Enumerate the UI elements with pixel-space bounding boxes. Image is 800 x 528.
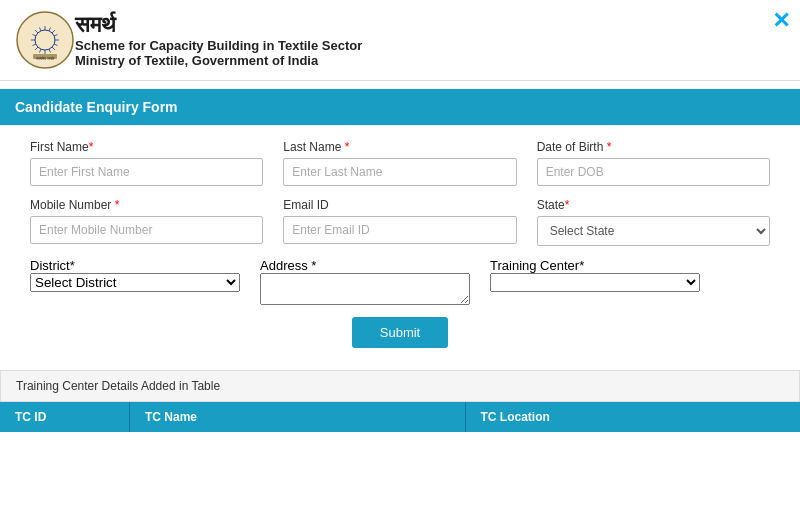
mobile-input[interactable] <box>30 216 263 244</box>
form-row-2: Mobile Number * Email ID State* Select S… <box>30 198 770 246</box>
submit-button[interactable]: Submit <box>352 317 448 348</box>
form-title-text: Candidate Enquiry Form <box>15 99 178 115</box>
close-button[interactable]: ✕ <box>772 10 790 32</box>
first-name-input[interactable] <box>30 158 263 186</box>
svg-text:सत्यमेव जयते: सत्यमेव जयते <box>35 56 55 61</box>
table-col-tc-location: TC Location <box>466 402 801 432</box>
form-title-bar: Candidate Enquiry Form <box>0 89 800 125</box>
header-title-line2: Ministry of Textile, Government of India <box>75 53 362 68</box>
submit-row: Submit <box>30 317 770 348</box>
header-text: समर्थ Scheme for Capacity Building in Te… <box>75 12 362 68</box>
table-section-title: Training Center Details Added in Table <box>0 370 800 402</box>
training-center-select[interactable] <box>490 273 700 292</box>
header: सत्यमेव जयते समर्थ Scheme for Capacity B… <box>0 0 800 81</box>
district-group: District* Select District <box>30 258 240 292</box>
header-title-line1: Scheme for Capacity Building in Textile … <box>75 38 362 53</box>
dob-label: Date of Birth * <box>537 140 770 154</box>
address-group: Address * <box>260 258 470 305</box>
address-input[interactable] <box>260 273 470 305</box>
ashoka-emblem-icon: सत्यमेव जयते <box>15 10 75 70</box>
last-name-group: Last Name * <box>283 140 516 186</box>
district-label: District* <box>30 258 240 273</box>
form-area: First Name* Last Name * Date of Birth * … <box>0 125 800 370</box>
first-name-label: First Name* <box>30 140 263 154</box>
table-col-tc-id: TC ID <box>0 402 130 432</box>
email-group: Email ID <box>283 198 516 244</box>
training-center-group: Training Center* <box>490 258 700 292</box>
mobile-group: Mobile Number * <box>30 198 263 244</box>
dob-input[interactable] <box>537 158 770 186</box>
state-select[interactable]: Select State <box>537 216 770 246</box>
state-group: State* Select State <box>537 198 770 246</box>
dob-group: Date of Birth * <box>537 140 770 186</box>
table-header: TC ID TC Name TC Location <box>0 402 800 432</box>
last-name-input[interactable] <box>283 158 516 186</box>
training-center-label: Training Center* <box>490 258 700 273</box>
form-row-3: District* Select District Address * Trai… <box>30 258 770 305</box>
table-col-tc-name: TC Name <box>130 402 466 432</box>
address-label: Address * <box>260 258 470 273</box>
form-row-1: First Name* Last Name * Date of Birth * <box>30 140 770 186</box>
email-label: Email ID <box>283 198 516 212</box>
first-name-group: First Name* <box>30 140 263 186</box>
state-label: State* <box>537 198 770 212</box>
email-input[interactable] <box>283 216 516 244</box>
header-title-hindi: समर्थ <box>75 12 362 38</box>
last-name-label: Last Name * <box>283 140 516 154</box>
mobile-label: Mobile Number * <box>30 198 263 212</box>
district-select[interactable]: Select District <box>30 273 240 292</box>
